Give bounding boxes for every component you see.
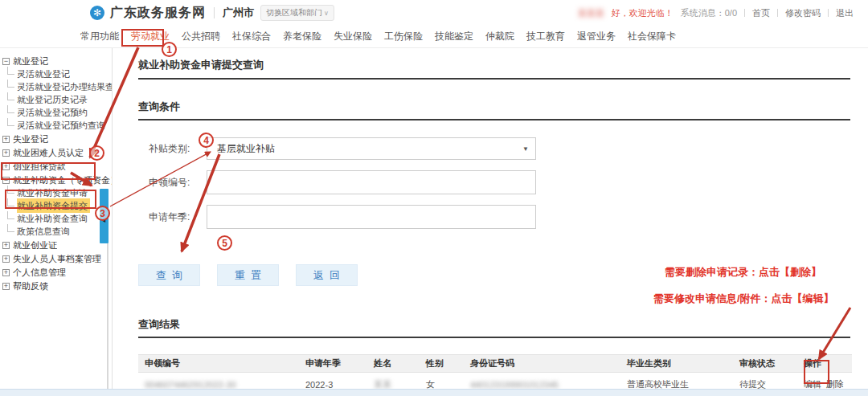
- step-badge-3: 3: [95, 206, 110, 221]
- tree-line-icon: [7, 118, 14, 126]
- sidebar-item-subsidy-apply[interactable]: 就业补助资金申请: [0, 186, 112, 199]
- sidebar-item-policy-info-query[interactable]: 政策信息查询: [0, 225, 112, 238]
- divider: [744, 9, 745, 17]
- sidebar-item-label: 灵活就业登记预约: [17, 106, 88, 119]
- query-button[interactable]: 查询: [138, 264, 200, 286]
- tree-expand-icon[interactable]: +: [2, 242, 10, 249]
- divider: [777, 9, 778, 17]
- tree-expand-icon[interactable]: +: [2, 149, 10, 157]
- sidebar-item-employment-registration[interactable]: −就业登记: [0, 55, 112, 67]
- sidebar-item-label: 灵活就业登记: [17, 67, 70, 80]
- sidebar-item-label: 就业登记: [13, 55, 48, 67]
- query-results-title: 查询结果: [138, 317, 850, 338]
- sidebar-item-flexible-reg-result[interactable]: 灵活就业登记办理结果查: [0, 80, 112, 93]
- year-quarter-input[interactable]: [207, 205, 536, 229]
- sidebar-item-reg-history[interactable]: 就业登记历史记录: [0, 93, 112, 106]
- back-button[interactable]: 返回: [296, 264, 358, 286]
- tree-expand-icon[interactable]: +: [2, 269, 10, 276]
- nav-item-retirement[interactable]: 退管业务: [577, 30, 616, 43]
- subsidy-type-label: 补贴类别:: [138, 142, 207, 156]
- nav-item-unemployment-insurance[interactable]: 失业保险: [334, 30, 372, 43]
- tree-line-icon: [7, 186, 14, 194]
- col-actions: 操作: [797, 357, 852, 369]
- sidebar-item-employment-cert[interactable]: +就业创业证: [0, 239, 112, 251]
- nav-item-employment[interactable]: 劳动就业: [131, 30, 170, 43]
- sidebar-item-flexible-reg-appointment-query[interactable]: 灵活就业登记预约查询: [0, 119, 112, 132]
- delete-link[interactable]: 删除: [826, 379, 844, 389]
- sidebar-item-unemployment-registration[interactable]: +失业登记: [0, 133, 112, 145]
- bottom-scrollbar-strip[interactable]: [0, 389, 868, 396]
- nav-item-recruitment[interactable]: 公共招聘: [182, 30, 220, 43]
- sidebar-item-label: 政策信息查询: [17, 225, 70, 238]
- sidebar-item-label: 就业补助资金申请: [17, 186, 88, 199]
- site-name[interactable]: 广东政务服务网: [110, 5, 206, 22]
- sidebar-tree: −就业登记 灵活就业登记 灵活就业登记办理结果查 就业登记历史记录 灵活就业登记…: [0, 48, 113, 396]
- main-content: 就业补助资金申请提交查询 查询条件 补贴类别: 基层就业补贴 ▼ 申领编号: 申…: [113, 48, 868, 396]
- sidebar-item-personal-info[interactable]: +个人信息管理: [0, 266, 112, 279]
- current-city: 广州市: [223, 6, 254, 20]
- sidebar-item-help-feedback[interactable]: +帮助反馈: [0, 280, 112, 292]
- sidebar-item-label: 失业登记: [13, 133, 48, 145]
- logout-link[interactable]: 退出: [836, 7, 854, 19]
- nav-item-social-security-card[interactable]: 社会保障卡: [628, 30, 676, 43]
- tree-expand-icon[interactable]: +: [2, 255, 10, 263]
- delete-tip-annotation: 需要删除申请记录：点击【删除】: [665, 265, 821, 280]
- sidebar-item-personnel-file[interactable]: +失业人员人事档案管理: [0, 252, 112, 265]
- step-badge-2: 2: [89, 145, 104, 161]
- tree-line-icon: [7, 92, 14, 100]
- sidebar-item-flexible-reg-appointment[interactable]: 灵活就业登记预约: [0, 106, 112, 119]
- main-nav: 常用功能 劳动就业 公共招聘 社保综合 养老保险 失业保险 工伤保险 技能鉴定 …: [0, 26, 868, 48]
- step-badge-5: 5: [217, 235, 232, 251]
- sidebar-item-label: 就业创业证: [13, 239, 57, 251]
- chevron-down-icon: ▼: [522, 145, 529, 153]
- nav-item-pension[interactable]: 养老保险: [283, 30, 321, 43]
- edit-tip-annotation: 需要修改申请信息/附件：点击【编辑】: [653, 292, 834, 306]
- col-review-status: 审核状态: [733, 357, 797, 369]
- sidebar-item-flexible-employment-reg[interactable]: 灵活就业登记: [0, 67, 112, 80]
- form-row-subsidy-type: 补贴类别: 基层就业补贴 ▼: [138, 137, 850, 160]
- user-area: 某某某 好，欢迎光临！ 系统消息：0/0 首页 修改密码 退出: [578, 7, 868, 19]
- divider: [214, 7, 215, 18]
- reset-button[interactable]: 重置: [217, 264, 279, 286]
- nav-item-technical-education[interactable]: 技工教育: [526, 30, 565, 43]
- site-logo-icon[interactable]: ✻: [90, 6, 104, 20]
- change-password-link[interactable]: 修改密码: [785, 7, 821, 19]
- page-title: 就业补助资金申请提交查询: [138, 58, 850, 80]
- nav-item-skill-appraisal[interactable]: 技能鉴定: [435, 30, 473, 43]
- query-conditions-title: 查询条件: [138, 100, 850, 120]
- sidebar-scrollbar-track[interactable]: [107, 243, 108, 390]
- tree-expand-icon[interactable]: +: [2, 283, 10, 290]
- subsidy-type-select[interactable]: 基层就业补贴 ▼: [207, 137, 536, 160]
- cell-year-quarter: 2022-3: [299, 380, 367, 390]
- sidebar-item-subsidy-fund[interactable]: −就业补助资金（专项资金）: [0, 174, 112, 186]
- tree-collapse-icon[interactable]: −: [2, 58, 10, 65]
- sidebar-item-label: 失业人员人事档案管理: [13, 252, 101, 265]
- sidebar-item-label: 就业困难人员认定: [13, 146, 84, 159]
- tree-collapse-icon[interactable]: −: [2, 177, 10, 184]
- tree-line-icon: [7, 67, 14, 75]
- nav-item-work-injury[interactable]: 工伤保险: [384, 30, 423, 43]
- sidebar-item-label: 就业补助资金提交: [17, 198, 90, 213]
- home-link[interactable]: 首页: [752, 7, 770, 19]
- tree-expand-icon[interactable]: +: [2, 136, 10, 143]
- sidebar-item-label: 就业补助资金查询: [17, 212, 88, 225]
- edit-link[interactable]: 编辑: [804, 379, 821, 389]
- form-row-year-quarter: 申请年季:: [138, 205, 850, 229]
- tree-line-icon: [7, 211, 14, 219]
- col-name: 姓名: [367, 357, 420, 369]
- sidebar-item-label: 就业登记历史记录: [17, 93, 88, 106]
- application-no-input[interactable]: [207, 170, 536, 194]
- query-form: 补贴类别: 基层就业补贴 ▼ 申领编号: 申请年季:: [138, 137, 850, 229]
- col-application-no: 申领编号: [138, 357, 299, 369]
- tree-expand-icon[interactable]: +: [2, 163, 10, 170]
- system-message[interactable]: 系统消息：0/0: [681, 7, 737, 19]
- nav-item-social-security[interactable]: 社保综合: [232, 30, 271, 43]
- chevron-down-icon: ∨: [324, 10, 329, 17]
- sidebar-item-label: 个人信息管理: [13, 266, 66, 279]
- sidebar-item-startup-loan[interactable]: +创业担保贷款: [0, 160, 112, 173]
- col-graduate-type: 毕业生类别: [620, 357, 733, 369]
- nav-item-arbitration[interactable]: 仲裁院: [485, 30, 514, 43]
- step-badge-4: 4: [199, 133, 214, 148]
- nav-item-common[interactable]: 常用功能: [80, 30, 119, 43]
- switch-region-button[interactable]: 切换区域和部门∨: [260, 5, 334, 21]
